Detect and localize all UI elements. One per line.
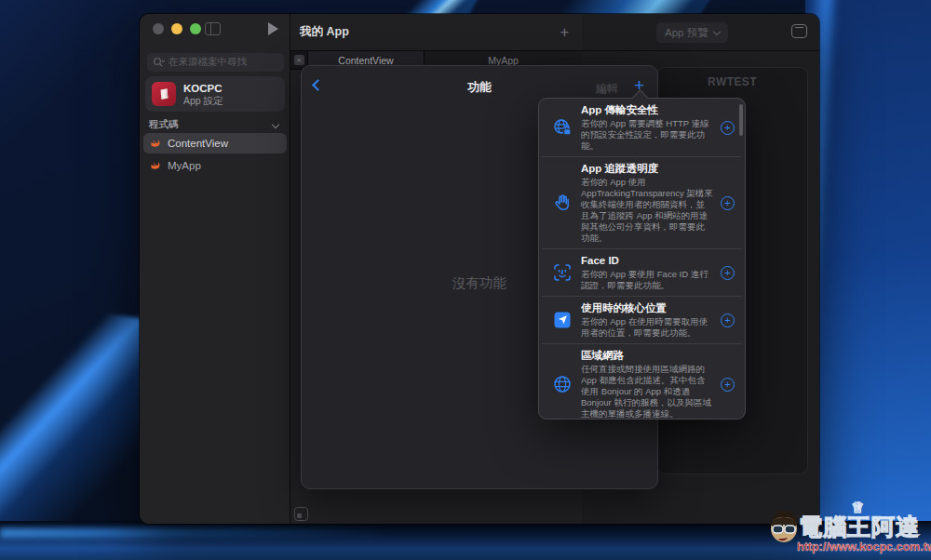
capability-desc: 任何直接或間接使用區域網路的 App 都應包含此描述。其中包含使用 Bonjou… [581,364,713,420]
add-capability-button[interactable]: + [721,196,735,210]
capability-title: Face ID [581,254,713,268]
add-capability-button[interactable]: + [721,121,735,135]
capability-row-transport-security[interactable]: App 傳輸安全性 若你的 App 需要調整 HTTP 連線的預設安全性設定，即… [542,99,742,156]
app-preview-label: App 預覽 [665,26,708,40]
capability-desc: 若你的 App 要使用 Face ID 進行認證，即需要此功能。 [581,269,713,291]
capability-desc: 若你的 App 使用 AppTrackingTransparency 架構來收集… [581,177,713,244]
minimize-window-button[interactable] [171,23,182,34]
add-capability-button[interactable]: + [721,378,735,392]
preview-app-name: RWTEST [657,75,807,88]
file-label: ContentView [168,138,228,149]
capability-desc: 若你的 App 需要調整 HTTP 連線的預設安全性設定，即需要此功能。 [581,118,713,152]
face-id-icon [551,262,573,283]
project-subtitle: App 設定 [183,95,223,106]
chevron-down-icon [712,28,720,35]
device-preview-icon[interactable] [791,24,807,38]
sidebar-item-myapp[interactable]: MyApp [143,155,287,176]
editor-header: 我的 App + [290,14,582,51]
sidebar-item-contentview[interactable]: ContentView [143,133,287,153]
search-input[interactable]: 在來源檔案中尋找 [147,53,284,72]
run-button[interactable] [268,22,278,35]
capability-title: 使用時的核心位置 [581,301,713,315]
section-label: 程式碼 [149,118,179,131]
document-title: 我的 App [300,24,349,40]
window-controls [153,23,201,34]
watermark-url: http://www.kocpc.com.tw [797,540,931,553]
capability-row-tracking-transparency[interactable]: App 追蹤透明度 若你的 App 使用 AppTrackingTranspar… [542,156,742,248]
add-capability-button[interactable]: + [721,313,735,327]
bottom-bar-toggle-icon[interactable] [294,507,308,521]
popover-scrollbar[interactable] [739,104,743,136]
capability-title: App 傳輸安全性 [581,103,713,117]
file-label: MyApp [168,160,201,171]
globe-lock-icon [551,117,573,138]
site-watermark: ♛ 電腦王阿達 http://www.kocpc.com.tw [762,500,931,560]
capability-row-face-id[interactable]: Face ID 若你的 App 要使用 Face ID 進行認證，即需要此功能。… [542,248,742,296]
swift-file-icon [150,138,162,150]
close-window-button[interactable] [153,23,164,34]
capability-row-core-location[interactable]: 使用時的核心位置 若你的 App 在使用時需要取用使用者的位置，即需要此功能。 … [542,296,742,343]
close-icon: × [294,55,304,65]
app-document-icon [152,82,176,106]
chevron-down-icon [272,121,279,128]
add-capability-button[interactable]: + [721,266,735,280]
network-globe-icon [551,374,573,394]
add-icon[interactable]: + [560,24,569,41]
sidebar-item-app-settings[interactable]: KOCPC App 設定 [145,76,285,112]
location-icon [551,310,573,330]
hand-raised-icon [551,193,573,213]
capability-title: App 追蹤透明度 [581,162,713,176]
capability-title: 區域網路 [581,349,713,363]
watermark-title: 電腦王阿達 [799,512,920,542]
wallpaper-bottom-glow [0,528,391,538]
playgrounds-window: 在來源檔案中尋找 KOCPC App 設定 程式碼 ContentView [140,14,819,524]
search-icon [153,57,165,69]
zoom-window-button[interactable] [190,23,201,34]
swift-file-icon [150,160,162,172]
capabilities-popover: App 傳輸安全性 若你的 App 需要調整 HTTP 連線的預設安全性設定，即… [538,98,746,420]
mascot-face-icon [767,508,801,545]
preview-header: App 預覽 [582,14,819,51]
sidebar-section-code[interactable]: 程式碼 [149,118,282,131]
capability-row-local-network[interactable]: 區域網路 任何直接或間接使用區域網路的 App 都應包含此描述。其中包含使用 B… [542,343,742,420]
capability-desc: 若你的 App 在使用時需要取用使用者的位置，即需要此功能。 [581,316,713,339]
app-preview-menu[interactable]: App 預覽 [656,22,728,43]
project-name: KOCPC [183,83,223,95]
sidebar-toggle-icon[interactable] [205,22,221,35]
sidebar: 在來源檔案中尋找 KOCPC App 設定 程式碼 ContentView [140,14,290,524]
edit-button[interactable]: 編輯 [596,81,618,97]
search-placeholder: 在來源檔案中尋找 [169,56,247,69]
